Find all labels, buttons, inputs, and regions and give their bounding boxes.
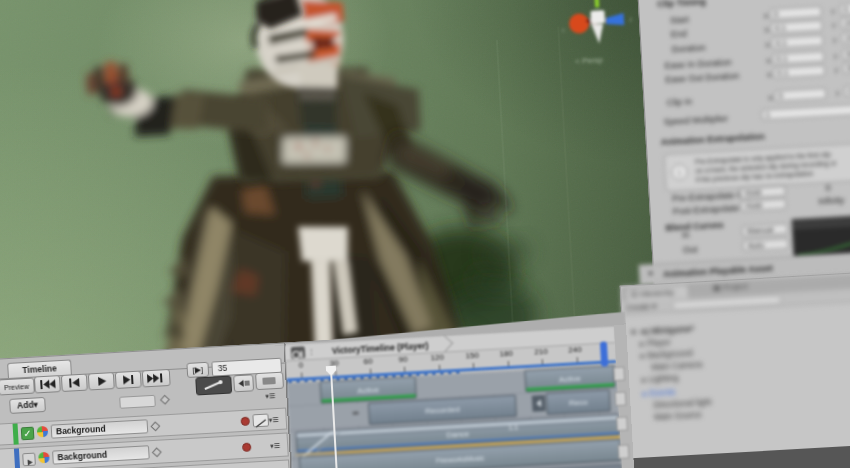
svg-text:z: z	[629, 16, 633, 23]
svg-text:x: x	[561, 26, 565, 33]
svg-text:< Persp: < Persp	[575, 55, 604, 66]
